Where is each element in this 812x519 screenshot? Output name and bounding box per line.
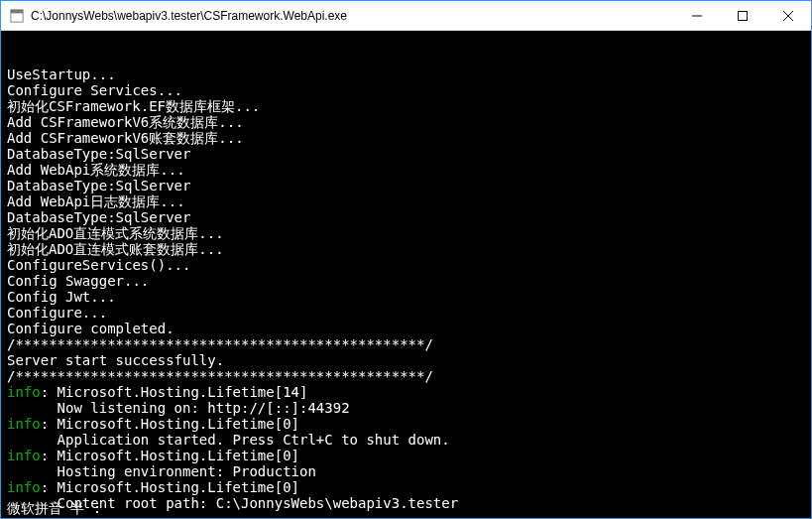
console-line: /***************************************… bbox=[7, 336, 805, 352]
console-line: DatabaseType:SqlServer bbox=[7, 146, 805, 162]
close-button[interactable] bbox=[765, 1, 811, 30]
console-line: Configure Services... bbox=[7, 82, 805, 98]
ime-status: 微软拼音 半 : bbox=[7, 500, 101, 516]
console-info-line: info: Microsoft.Hosting.Lifetime[0] bbox=[7, 448, 805, 463]
console-line: Configure... bbox=[7, 305, 805, 321]
info-source: : Microsoft.Hosting.Lifetime[14] bbox=[41, 384, 308, 400]
svg-rect-3 bbox=[739, 11, 748, 20]
info-level-label: info bbox=[7, 448, 41, 463]
minimize-button[interactable] bbox=[674, 1, 720, 30]
console-line: 初始化ADO直连模式系统数据库... bbox=[7, 225, 805, 241]
maximize-button[interactable] bbox=[720, 1, 765, 30]
info-level-label: info bbox=[7, 384, 41, 400]
info-level-label: info bbox=[7, 416, 41, 432]
title-bar[interactable]: C:\JonnysWebs\webapiv3.tester\CSFramewor… bbox=[1, 1, 811, 31]
console-line: /***************************************… bbox=[7, 368, 805, 384]
console-info-message: Content root path: C:\JonnysWebs\webapiv… bbox=[7, 495, 805, 511]
info-level-label: info bbox=[7, 479, 41, 495]
console-line: Add WebApi日志数据库... bbox=[7, 194, 805, 209]
console-line: Server start successfully. bbox=[7, 352, 805, 368]
app-icon bbox=[9, 8, 25, 24]
svg-rect-1 bbox=[11, 9, 23, 13]
console-line: DatabaseType:SqlServer bbox=[7, 209, 805, 225]
console-output[interactable]: UseStartup...Configure Services...初始化CSF… bbox=[1, 31, 811, 518]
console-line: Configure completed. bbox=[7, 321, 805, 336]
console-info-line: info: Microsoft.Hosting.Lifetime[0] bbox=[7, 416, 805, 432]
console-info-line: info: Microsoft.Hosting.Lifetime[0] bbox=[7, 479, 805, 495]
console-line: Add CSFrameworkV6系统数据库... bbox=[7, 114, 805, 130]
info-source: : Microsoft.Hosting.Lifetime[0] bbox=[41, 479, 299, 495]
console-line: 初始化ADO直连模式账套数据库... bbox=[7, 241, 805, 257]
window-controls bbox=[674, 1, 811, 30]
console-info-message: Now listening on: http://[::]:44392 bbox=[7, 400, 805, 416]
console-line: ConfigureServices()... bbox=[7, 257, 805, 273]
console-info-line: info: Microsoft.Hosting.Lifetime[14] bbox=[7, 384, 805, 400]
console-line: DatabaseType:SqlServer bbox=[7, 178, 805, 194]
console-line: Add CSFrameworkV6账套数据库... bbox=[7, 130, 805, 146]
console-info-message: Hosting environment: Production bbox=[7, 463, 805, 479]
info-source: : Microsoft.Hosting.Lifetime[0] bbox=[41, 416, 299, 432]
console-line: Add WebApi系统数据库... bbox=[7, 162, 805, 178]
info-source: : Microsoft.Hosting.Lifetime[0] bbox=[41, 448, 299, 463]
console-line: UseStartup... bbox=[7, 66, 805, 82]
console-line: Config Jwt... bbox=[7, 289, 805, 305]
app-window: C:\JonnysWebs\webapiv3.tester\CSFramewor… bbox=[0, 0, 812, 519]
console-line: Config Swagger... bbox=[7, 273, 805, 289]
console-line: 初始化CSFramework.EF数据库框架... bbox=[7, 98, 805, 114]
console-info-message: Application started. Press Ctrl+C to shu… bbox=[7, 432, 805, 448]
window-title: C:\JonnysWebs\webapiv3.tester\CSFramewor… bbox=[31, 9, 674, 23]
